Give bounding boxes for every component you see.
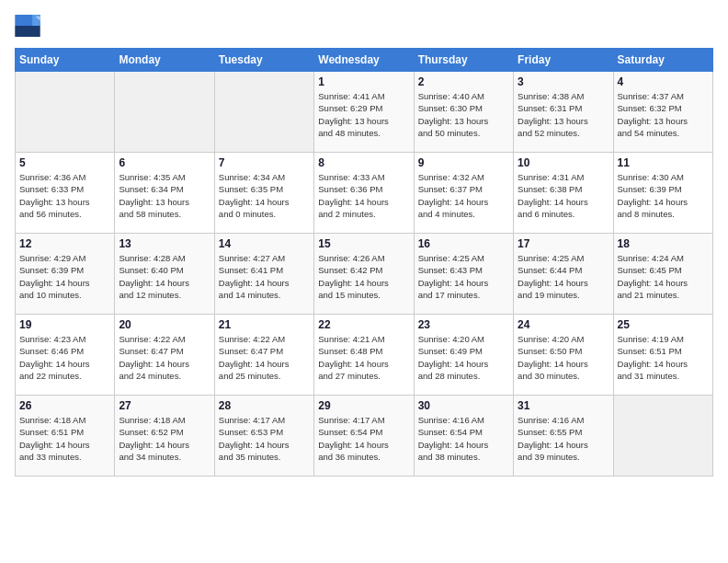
weekday-header-wednesday: Wednesday [314,49,414,72]
day-number: 18 [618,237,709,250]
day-number: 4 [618,75,709,88]
calendar-header: SundayMondayTuesdayWednesdayThursdayFrid… [16,49,713,72]
calendar-cell: 23Sunrise: 4:20 AM Sunset: 6:49 PM Dayli… [414,315,513,396]
cell-content: Sunrise: 4:40 AM Sunset: 6:30 PM Dayligh… [418,90,509,139]
calendar-week-5: 26Sunrise: 4:18 AM Sunset: 6:51 PM Dayli… [16,396,713,477]
day-number: 13 [119,237,210,250]
day-number: 25 [618,318,709,331]
calendar-cell [214,72,313,153]
cell-content: Sunrise: 4:35 AM Sunset: 6:34 PM Dayligh… [119,171,210,220]
calendar-cell: 29Sunrise: 4:17 AM Sunset: 6:54 PM Dayli… [314,396,414,477]
cell-content: Sunrise: 4:17 AM Sunset: 6:54 PM Dayligh… [318,414,409,463]
cell-content: Sunrise: 4:21 AM Sunset: 6:48 PM Dayligh… [318,333,409,382]
cell-content: Sunrise: 4:18 AM Sunset: 6:51 PM Dayligh… [19,414,110,463]
calendar-cell: 22Sunrise: 4:21 AM Sunset: 6:48 PM Dayli… [314,315,414,396]
calendar-cell [613,396,712,477]
cell-content: Sunrise: 4:20 AM Sunset: 6:50 PM Dayligh… [518,333,609,382]
cell-content: Sunrise: 4:16 AM Sunset: 6:54 PM Dayligh… [418,414,509,463]
calendar-cell: 17Sunrise: 4:25 AM Sunset: 6:44 PM Dayli… [514,234,613,315]
day-number: 8 [318,156,409,169]
calendar-cell: 28Sunrise: 4:17 AM Sunset: 6:53 PM Dayli… [214,396,313,477]
calendar-cell: 18Sunrise: 4:24 AM Sunset: 6:45 PM Dayli… [613,234,712,315]
cell-content: Sunrise: 4:36 AM Sunset: 6:33 PM Dayligh… [19,171,110,220]
cell-content: Sunrise: 4:16 AM Sunset: 6:55 PM Dayligh… [518,414,609,463]
weekday-header-saturday: Saturday [613,49,712,72]
day-number: 1 [318,75,409,88]
cell-content: Sunrise: 4:25 AM Sunset: 6:44 PM Dayligh… [518,252,609,301]
cell-content: Sunrise: 4:37 AM Sunset: 6:32 PM Dayligh… [618,90,709,139]
cell-content: Sunrise: 4:17 AM Sunset: 6:53 PM Dayligh… [219,414,310,463]
cell-content: Sunrise: 4:28 AM Sunset: 6:40 PM Dayligh… [119,252,210,301]
cell-content: Sunrise: 4:29 AM Sunset: 6:39 PM Dayligh… [19,252,110,301]
day-number: 10 [518,156,609,169]
weekday-header-monday: Monday [115,49,214,72]
day-number: 29 [318,399,409,412]
calendar-cell: 5Sunrise: 4:36 AM Sunset: 6:33 PM Daylig… [16,153,115,234]
day-number: 22 [318,318,409,331]
calendar-cell: 24Sunrise: 4:20 AM Sunset: 6:50 PM Dayli… [514,315,613,396]
calendar-cell: 30Sunrise: 4:16 AM Sunset: 6:54 PM Dayli… [414,396,513,477]
day-number: 16 [418,237,509,250]
day-number: 7 [219,156,310,169]
page-header [15,15,713,37]
calendar-week-4: 19Sunrise: 4:23 AM Sunset: 6:46 PM Dayli… [16,315,713,396]
calendar-cell: 4Sunrise: 4:37 AM Sunset: 6:32 PM Daylig… [613,72,712,153]
day-number: 2 [418,75,509,88]
cell-content: Sunrise: 4:23 AM Sunset: 6:46 PM Dayligh… [19,333,110,382]
day-number: 24 [518,318,609,331]
cell-content: Sunrise: 4:27 AM Sunset: 6:41 PM Dayligh… [219,252,310,301]
calendar-cell: 3Sunrise: 4:38 AM Sunset: 6:31 PM Daylig… [514,72,613,153]
calendar-body: 1Sunrise: 4:41 AM Sunset: 6:29 PM Daylig… [16,72,713,477]
calendar-cell: 7Sunrise: 4:34 AM Sunset: 6:35 PM Daylig… [214,153,313,234]
day-number: 9 [418,156,509,169]
cell-content: Sunrise: 4:31 AM Sunset: 6:38 PM Dayligh… [518,171,609,220]
day-number: 19 [19,318,110,331]
calendar-cell: 19Sunrise: 4:23 AM Sunset: 6:46 PM Dayli… [16,315,115,396]
cell-content: Sunrise: 4:30 AM Sunset: 6:39 PM Dayligh… [618,171,709,220]
day-number: 15 [318,237,409,250]
calendar-cell: 25Sunrise: 4:19 AM Sunset: 6:51 PM Dayli… [613,315,712,396]
cell-content: Sunrise: 4:18 AM Sunset: 6:52 PM Dayligh… [119,414,210,463]
calendar-cell: 1Sunrise: 4:41 AM Sunset: 6:29 PM Daylig… [314,72,414,153]
calendar-cell: 16Sunrise: 4:25 AM Sunset: 6:43 PM Dayli… [414,234,513,315]
calendar-cell: 31Sunrise: 4:16 AM Sunset: 6:55 PM Dayli… [514,396,613,477]
day-number: 23 [418,318,509,331]
calendar-cell: 9Sunrise: 4:32 AM Sunset: 6:37 PM Daylig… [414,153,513,234]
day-number: 12 [19,237,110,250]
logo [15,15,44,37]
calendar-cell: 20Sunrise: 4:22 AM Sunset: 6:47 PM Dayli… [115,315,214,396]
day-number: 14 [219,237,310,250]
weekday-header-thursday: Thursday [414,49,513,72]
day-number: 27 [119,399,210,412]
day-number: 21 [219,318,310,331]
calendar-week-1: 1Sunrise: 4:41 AM Sunset: 6:29 PM Daylig… [16,72,713,153]
cell-content: Sunrise: 4:25 AM Sunset: 6:43 PM Dayligh… [418,252,509,301]
calendar-cell: 11Sunrise: 4:30 AM Sunset: 6:39 PM Dayli… [613,153,712,234]
cell-content: Sunrise: 4:20 AM Sunset: 6:49 PM Dayligh… [418,333,509,382]
day-number: 30 [418,399,509,412]
weekday-header-tuesday: Tuesday [214,49,313,72]
weekday-row: SundayMondayTuesdayWednesdayThursdayFrid… [16,49,713,72]
logo-icon [15,15,40,37]
weekday-header-sunday: Sunday [16,49,115,72]
calendar-cell [16,72,115,153]
day-number: 5 [19,156,110,169]
calendar-cell: 10Sunrise: 4:31 AM Sunset: 6:38 PM Dayli… [514,153,613,234]
cell-content: Sunrise: 4:38 AM Sunset: 6:31 PM Dayligh… [518,90,609,139]
calendar-cell: 21Sunrise: 4:22 AM Sunset: 6:47 PM Dayli… [214,315,313,396]
day-number: 20 [119,318,210,331]
day-number: 17 [518,237,609,250]
svg-rect-1 [15,26,40,37]
weekday-header-friday: Friday [514,49,613,72]
day-number: 31 [518,399,609,412]
calendar-cell: 8Sunrise: 4:33 AM Sunset: 6:36 PM Daylig… [314,153,414,234]
calendar-table: SundayMondayTuesdayWednesdayThursdayFrid… [15,48,713,477]
day-number: 6 [119,156,210,169]
cell-content: Sunrise: 4:19 AM Sunset: 6:51 PM Dayligh… [618,333,709,382]
calendar-cell: 26Sunrise: 4:18 AM Sunset: 6:51 PM Dayli… [16,396,115,477]
calendar-week-3: 12Sunrise: 4:29 AM Sunset: 6:39 PM Dayli… [16,234,713,315]
calendar-cell [115,72,214,153]
calendar-cell: 15Sunrise: 4:26 AM Sunset: 6:42 PM Dayli… [314,234,414,315]
cell-content: Sunrise: 4:22 AM Sunset: 6:47 PM Dayligh… [119,333,210,382]
calendar-cell: 2Sunrise: 4:40 AM Sunset: 6:30 PM Daylig… [414,72,513,153]
